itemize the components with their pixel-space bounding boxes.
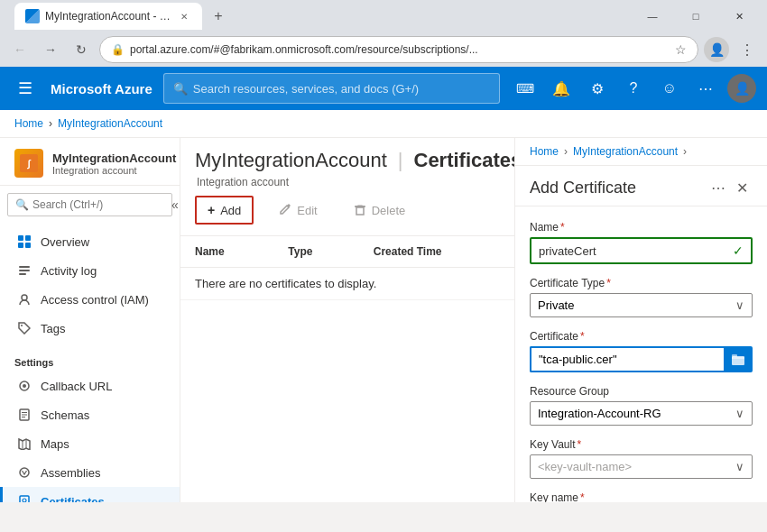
sidebar-search-input[interactable] <box>32 198 168 211</box>
svg-point-9 <box>22 295 27 300</box>
svg-rect-7 <box>19 270 30 271</box>
sidebar-item-assemblies[interactable]: Assemblies <box>0 458 180 487</box>
folder-icon <box>731 353 745 367</box>
new-tab-button[interactable]: + <box>206 4 231 29</box>
sidebar-item-maps[interactable]: Maps <box>0 429 180 458</box>
svg-rect-24 <box>732 354 737 357</box>
schemas-label: Schemas <box>41 408 89 422</box>
name-field-group: Name* privateCert ✓ <box>530 221 753 264</box>
overview-icon <box>17 234 32 249</box>
key-name-label: Key name* <box>530 491 753 502</box>
svg-point-10 <box>21 325 23 326</box>
panel-more-button[interactable]: ⋯ <box>711 179 725 197</box>
profile-button[interactable]: 👤 <box>704 37 729 62</box>
back-button[interactable]: ← <box>7 37 32 62</box>
tags-label: Tags <box>41 322 65 335</box>
sidebar-item-overview[interactable]: Overview <box>0 227 180 256</box>
resource-group-label: Resource Group <box>530 385 753 398</box>
add-button[interactable]: + Add <box>195 196 254 225</box>
browser-tab[interactable]: MyIntegrationAccount - Microsof... ✕ <box>14 3 202 30</box>
resource-type-label: Integration account <box>195 176 500 188</box>
sidebar-item-tags[interactable]: Tags <box>0 314 180 343</box>
tab-title: MyIntegrationAccount - Microsof... <box>45 10 171 23</box>
breadcrumb-home[interactable]: Home <box>14 117 43 130</box>
column-type: Type <box>273 236 358 268</box>
content-resource-name: MyIntegrationAccount <box>195 149 387 172</box>
resource-group-field-group: Resource Group Integration-Account-RG ∨ <box>530 385 753 426</box>
svg-rect-6 <box>19 266 30 268</box>
browser-menu-button[interactable]: ⋮ <box>735 37 760 62</box>
minimize-button[interactable]: — <box>632 4 673 29</box>
help-button[interactable]: ? <box>619 74 648 103</box>
certificate-file-input[interactable] <box>530 346 724 372</box>
user-avatar[interactable]: 👤 <box>727 74 756 103</box>
svg-rect-8 <box>19 273 26 275</box>
activity-log-label: Activity log <box>41 264 97 278</box>
sidebar: ∫ MyIntegrationAccount Integration accou… <box>0 138 180 502</box>
svg-rect-4 <box>18 243 23 248</box>
azure-search-bar[interactable]: 🔍 <box>163 73 500 104</box>
panel-close-button[interactable]: ✕ <box>731 177 753 198</box>
svg-rect-3 <box>25 235 31 241</box>
refresh-button[interactable]: ↻ <box>69 37 94 62</box>
edit-label: Edit <box>297 204 317 217</box>
sidebar-item-access-control[interactable]: Access control (IAM) <box>0 285 180 314</box>
assemblies-icon <box>17 465 32 480</box>
resource-group-value: Integration-Account-RG <box>538 407 661 420</box>
notifications-button[interactable]: 🔔 <box>547 74 576 103</box>
svg-point-19 <box>20 468 29 477</box>
empty-message: There are no certificates to display. <box>180 268 514 300</box>
search-input[interactable] <box>193 82 490 96</box>
content-page-name: Certificates <box>414 149 515 172</box>
bookmark-icon[interactable]: ☆ <box>675 42 687 57</box>
callback-url-icon <box>17 379 32 393</box>
breadcrumb-account[interactable]: MyIntegrationAccount <box>58 117 162 130</box>
forward-button[interactable]: → <box>38 37 63 62</box>
delete-button[interactable]: Delete <box>343 197 417 224</box>
valid-check-icon: ✓ <box>733 243 744 258</box>
sidebar-resource-name: MyIntegrationAccount <box>52 151 176 165</box>
more-button[interactable]: ⋯ <box>691 74 720 103</box>
close-button[interactable]: ✕ <box>718 4 760 29</box>
panel-title: Add Certificate <box>530 179 636 197</box>
sidebar-search-icon: 🔍 <box>15 198 29 211</box>
tags-icon <box>17 321 32 335</box>
sidebar-item-activity-log[interactable]: Activity log <box>0 256 180 285</box>
sidebar-search-box[interactable]: 🔍 « <box>7 193 172 216</box>
cert-type-select[interactable]: Private ∨ <box>530 293 753 317</box>
certificates-icon <box>17 494 32 502</box>
feedback-button[interactable]: ☺ <box>655 74 684 103</box>
settings-button[interactable]: ⚙ <box>583 74 612 103</box>
hamburger-menu[interactable]: ☰ <box>11 74 40 103</box>
sidebar-item-callback-url[interactable]: Callback URL <box>0 371 180 400</box>
access-control-label: Access control (IAM) <box>41 293 149 307</box>
key-vault-select[interactable]: <key-vault-name> ∨ <box>530 454 753 479</box>
file-browse-button[interactable] <box>724 346 753 372</box>
resource-group-select[interactable]: Integration-Account-RG ∨ <box>530 401 753 426</box>
certificates-label: Certificates <box>41 495 105 503</box>
certificates-table: Name Type Created Time There are no cert… <box>180 236 514 502</box>
edit-button[interactable]: Edit <box>268 197 328 224</box>
sidebar-item-schemas[interactable]: Schemas <box>0 400 180 429</box>
svg-rect-16 <box>22 417 25 417</box>
add-certificate-panel: Home › MyIntegrationAccount › Add Certif… <box>514 138 767 502</box>
delete-icon <box>354 203 366 218</box>
maps-label: Maps <box>41 437 69 451</box>
address-bar[interactable]: 🔒 portal.azure.com/#@fabrikam.onmicrosof… <box>99 36 698 63</box>
maximize-button[interactable]: □ <box>675 4 716 29</box>
key-vault-placeholder: <key-vault-name> <box>538 460 632 473</box>
sidebar-item-certificates[interactable]: Certificates <box>0 487 180 502</box>
certificate-label: Certificate* <box>530 330 753 343</box>
panel-breadcrumb-home[interactable]: Home <box>530 145 559 158</box>
panel-breadcrumb-account[interactable]: MyIntegrationAccount <box>573 145 678 158</box>
tab-close-button[interactable]: ✕ <box>177 9 191 23</box>
name-input[interactable]: privateCert ✓ <box>530 237 753 264</box>
callback-url-label: Callback URL <box>41 380 112 393</box>
access-control-icon <box>17 292 32 307</box>
collapse-icon[interactable]: « <box>171 197 179 212</box>
svg-rect-2 <box>18 235 23 241</box>
content-area: MyIntegrationAccount | Certificates 📌 ⋯ … <box>180 138 514 502</box>
edit-icon <box>279 203 291 218</box>
cloud-shell-button[interactable]: ⌨ <box>511 74 540 103</box>
chevron-down-icon-2: ∨ <box>735 407 744 420</box>
